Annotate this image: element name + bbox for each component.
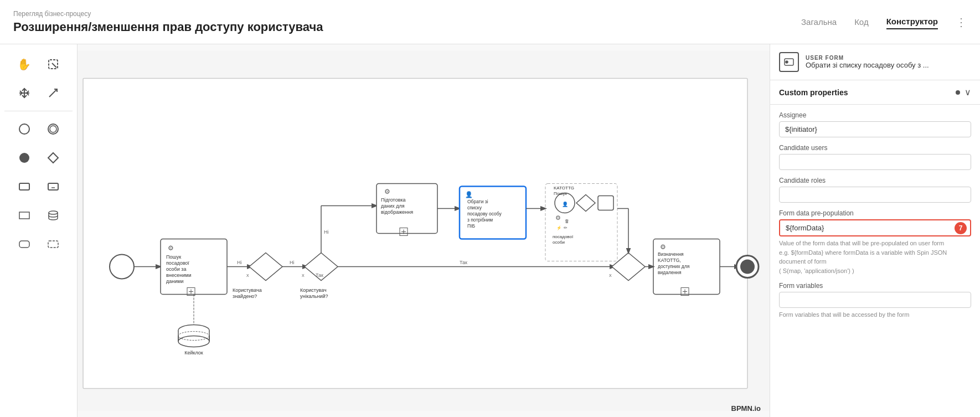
- svg-text:Підготовка: Підготовка: [381, 197, 406, 203]
- svg-text:⚙: ⚙: [660, 243, 666, 251]
- svg-text:списку: списку: [467, 205, 482, 210]
- svg-text:даних для: даних для: [381, 203, 405, 209]
- main-layout: ✋: [0, 44, 980, 417]
- element-type-label: USER FORM: [806, 55, 929, 61]
- svg-text:знайдено?: знайдено?: [233, 294, 257, 299]
- svg-text:🗑: 🗑: [565, 219, 569, 224]
- custom-properties-title: Custom properties: [779, 88, 848, 97]
- bpmn-footer: BPMN.io: [731, 404, 761, 413]
- more-menu-icon[interactable]: ⋮: [956, 16, 967, 29]
- custom-properties-actions: ∨: [956, 87, 971, 97]
- ring-shape-button[interactable]: [40, 116, 66, 142]
- assignee-group: Assignee: [779, 111, 971, 137]
- assignee-input[interactable]: [779, 121, 971, 137]
- svg-text:Так: Так: [316, 272, 323, 278]
- canvas-area[interactable]: ⚙ Пошук посадової особи за внесеними дан…: [78, 44, 770, 417]
- svg-rect-80: [598, 196, 613, 210]
- rect-shape-button[interactable]: [11, 173, 38, 200]
- toolbar-row-5: [4, 173, 73, 200]
- rounded-rect-button[interactable]: [11, 231, 38, 258]
- svg-text:⚙: ⚙: [168, 244, 174, 252]
- page-title: Розширення/зменшення прав доступу корист…: [13, 20, 323, 34]
- svg-text:Кейклок: Кейклок: [184, 350, 203, 356]
- element-name-label: Обрати зі списку посадову особу з ...: [806, 61, 929, 69]
- svg-text:⚙: ⚙: [384, 188, 390, 195]
- move-tool-button[interactable]: [11, 80, 38, 106]
- svg-text:особи: особи: [553, 240, 565, 245]
- svg-point-35: [178, 336, 209, 347]
- candidate-roles-label: Candidate roles: [779, 177, 971, 184]
- collapsed-shape-button[interactable]: [40, 173, 66, 200]
- svg-text:Обрати зі: Обрати зі: [467, 199, 488, 204]
- dot-indicator: [956, 90, 960, 95]
- form-variables-label: Form variables: [779, 282, 971, 290]
- svg-rect-13: [19, 212, 29, 219]
- svg-rect-10: [19, 183, 29, 190]
- form-data-badge: 7: [955, 222, 967, 234]
- svg-text:Х: Х: [609, 274, 612, 277]
- header: Перегляд бізнес-процесу Розширення/зменш…: [0, 0, 980, 44]
- connect-tool-button[interactable]: [40, 80, 66, 106]
- toolbar-row-7: [4, 231, 73, 258]
- toolbar-row-1: ✋: [4, 51, 73, 78]
- candidate-users-input[interactable]: [779, 154, 971, 170]
- svg-text:посадової: посадової: [553, 234, 574, 239]
- svg-text:даними: даними: [166, 279, 183, 284]
- svg-point-105: [740, 260, 755, 274]
- right-panel: USER FORM Обрати зі списку посадову особ…: [770, 44, 980, 417]
- svg-text:⚙: ⚙: [555, 214, 561, 221]
- nav-constructor[interactable]: Конструктор: [886, 14, 938, 29]
- svg-text:Ні: Ні: [290, 260, 295, 265]
- nav-general[interactable]: Загальна: [801, 15, 837, 29]
- svg-point-8: [19, 153, 29, 163]
- form-variables-input[interactable]: [779, 292, 971, 308]
- svg-text:⚡: ⚡: [556, 225, 562, 230]
- toolbar-row-6: [4, 202, 73, 229]
- svg-text:ПІБ: ПІБ: [467, 223, 475, 229]
- svg-text:особи за: особи за: [166, 266, 186, 272]
- candidate-roles-group: Candidate roles: [779, 177, 971, 203]
- svg-text:Пошук: Пошук: [554, 191, 568, 196]
- header-nav: Загальна Код Конструктор ⋮: [801, 14, 967, 29]
- database-shape-button[interactable]: [40, 202, 66, 229]
- svg-text:KATOTTG,: KATOTTG,: [658, 258, 681, 263]
- svg-text:Визначення: Визначення: [658, 251, 684, 257]
- svg-text:посадової: посадової: [166, 260, 189, 266]
- circle-shape-button[interactable]: [11, 116, 38, 142]
- filled-circle-button[interactable]: [11, 145, 38, 171]
- candidate-roles-input[interactable]: [779, 187, 971, 203]
- hand-tool-button[interactable]: ✋: [11, 51, 38, 78]
- form-data-prepopulation-input[interactable]: [780, 220, 955, 235]
- bpmn-io-label: BPMN.io: [731, 404, 761, 413]
- toolbar-row-3: [4, 116, 73, 142]
- svg-text:Х: Х: [302, 274, 305, 277]
- svg-line-1: [52, 63, 56, 68]
- svg-text:внесеними: внесеними: [166, 272, 191, 278]
- lasso-tool-button[interactable]: [40, 51, 66, 78]
- left-toolbar: ✋: [0, 44, 78, 417]
- nav-code[interactable]: Код: [854, 15, 869, 29]
- svg-text:посадову особу: посадову особу: [467, 211, 502, 217]
- svg-point-5: [19, 124, 29, 134]
- thin-rect-button[interactable]: [11, 202, 38, 229]
- svg-text:унікальний?: унікальний?: [300, 294, 328, 299]
- element-type-icon: [779, 52, 799, 72]
- candidate-users-group: Candidate users: [779, 144, 971, 170]
- form-variables-description: Form variables that will be accessed by …: [779, 310, 971, 320]
- form-variables-group: Form variables Form variables that will …: [779, 282, 971, 320]
- properties-content: Assignee Candidate users Candidate roles…: [770, 105, 980, 326]
- svg-text:👤: 👤: [465, 191, 473, 198]
- svg-text:доступних для: доступних для: [658, 264, 690, 269]
- dashed-rect-button[interactable]: [40, 231, 66, 258]
- svg-text:Користувача: Користувача: [233, 287, 262, 293]
- diamond-shape-button[interactable]: [40, 145, 66, 171]
- svg-text:KATOTTG: KATOTTG: [554, 186, 574, 191]
- collapse-button[interactable]: ∨: [964, 87, 971, 97]
- svg-text:Пошук: Пошук: [166, 254, 181, 260]
- svg-text:видалення: видалення: [658, 270, 682, 275]
- form-data-prepopulation-group: Form data pre-population 7 Value of the …: [779, 209, 971, 275]
- svg-rect-11: [48, 183, 58, 190]
- candidate-users-label: Candidate users: [779, 144, 971, 152]
- element-info: USER FORM Обрати зі списку посадову особ…: [806, 55, 929, 69]
- svg-point-7: [50, 126, 56, 132]
